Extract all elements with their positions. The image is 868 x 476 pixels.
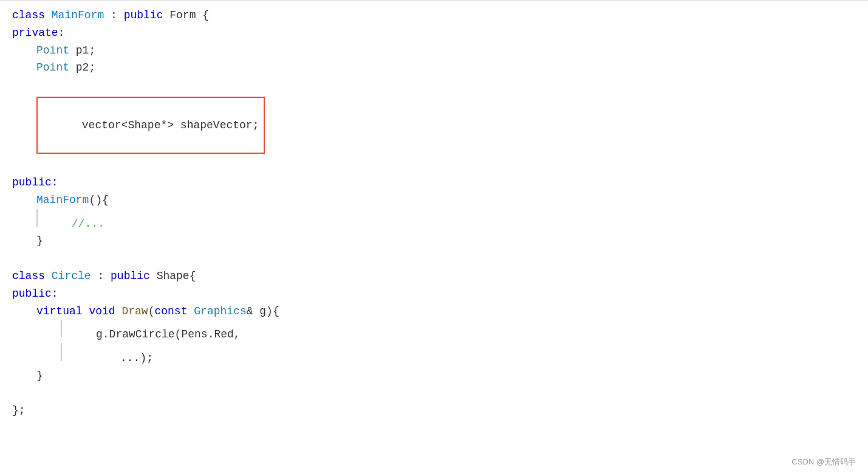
keyword: class bbox=[12, 267, 52, 285]
plain-text: g.DrawCircle(Pens.Red, bbox=[96, 326, 241, 343]
plain-text: p2; bbox=[76, 59, 95, 77]
keyword: public bbox=[124, 7, 163, 24]
keyword: const bbox=[154, 303, 194, 320]
keyword: virtual bbox=[36, 303, 89, 320]
plain-text: }; bbox=[12, 402, 26, 419]
code-line: private: bbox=[12, 24, 856, 42]
comment: //... bbox=[72, 215, 104, 233]
plain-text: vector<Shape*> shapeVector; bbox=[82, 119, 259, 131]
code-line: Point p2; bbox=[12, 59, 856, 77]
plain-text: : bbox=[91, 267, 111, 285]
plain-text: } bbox=[36, 367, 43, 385]
code-line: } bbox=[12, 367, 856, 385]
code-line: public: bbox=[12, 174, 856, 191]
code-line: g.DrawCircle(Pens.Red, bbox=[12, 320, 856, 343]
code-line bbox=[12, 250, 856, 267]
code-line: public: bbox=[12, 285, 856, 303]
type-name: Graphics bbox=[194, 303, 246, 320]
code-line bbox=[12, 156, 856, 174]
vertical-bar bbox=[61, 343, 62, 361]
class-name: Circle bbox=[52, 267, 91, 285]
keyword: private: bbox=[12, 24, 64, 42]
code-line: ...); bbox=[12, 343, 856, 367]
code-line: class Circle : public Shape{ bbox=[12, 267, 856, 285]
code-line: }; bbox=[12, 402, 856, 419]
method-name: Draw bbox=[121, 303, 148, 320]
plain-text: ...); bbox=[120, 350, 153, 367]
code-line: //... bbox=[12, 209, 856, 233]
code-line: virtual void Draw(const Graphics& g){ bbox=[12, 303, 856, 320]
code-line bbox=[12, 77, 856, 94]
vertical-bar bbox=[61, 320, 62, 337]
code-line-highlighted: vector<Shape*> shapeVector; bbox=[12, 94, 856, 156]
plain-text: (){ bbox=[89, 191, 108, 209]
keyword: void bbox=[89, 303, 121, 320]
plain-text: } bbox=[36, 232, 43, 250]
code-line: Point p1; bbox=[12, 42, 856, 60]
type-name: Point bbox=[36, 59, 76, 77]
plain-text: : bbox=[104, 7, 123, 24]
code-container: class MainForm : public Form { private: … bbox=[0, 1, 868, 463]
keyword: public bbox=[111, 267, 150, 285]
vertical-bar bbox=[36, 209, 38, 227]
plain-text: & g){ bbox=[247, 303, 279, 320]
keyword: class bbox=[12, 7, 52, 24]
watermark: CSDN @无情码手 bbox=[791, 456, 856, 469]
highlight-box: vector<Shape*> shapeVector; bbox=[36, 97, 265, 154]
code-line: MainForm(){ bbox=[12, 191, 856, 209]
plain-text: Form { bbox=[163, 7, 209, 24]
code-line: class MainForm : public Form { bbox=[12, 7, 856, 24]
plain-text: Shape{ bbox=[150, 267, 196, 285]
type-name: Point bbox=[36, 42, 76, 60]
code-line: } bbox=[12, 232, 856, 250]
class-name: MainForm bbox=[36, 191, 89, 209]
class-name: MainForm bbox=[52, 7, 104, 24]
code-line bbox=[12, 384, 856, 402]
plain-text: ( bbox=[148, 303, 155, 320]
keyword: public: bbox=[12, 174, 58, 191]
keyword: public: bbox=[12, 285, 58, 303]
plain-text: p1; bbox=[76, 42, 95, 60]
